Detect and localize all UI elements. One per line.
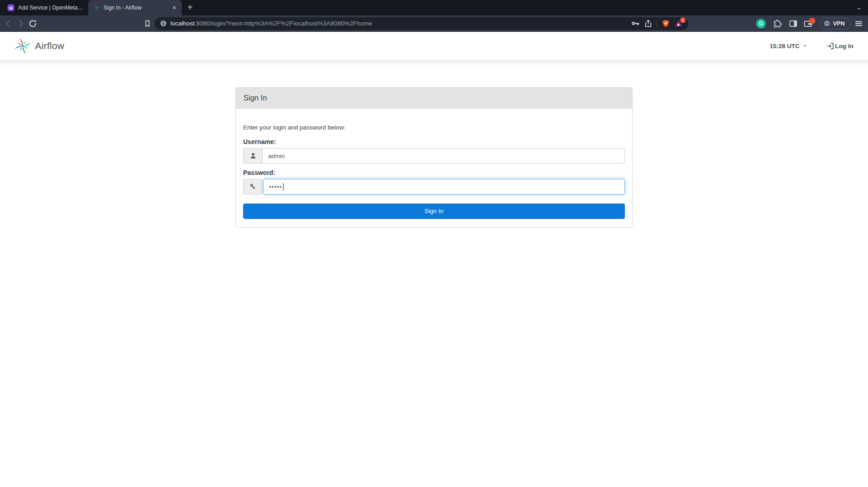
signin-button[interactable]: Sign In — [243, 204, 625, 219]
tab-search-chevron-icon[interactable]: ⌄ — [856, 3, 862, 11]
tab-title: Sign In - Airflow — [104, 5, 168, 11]
new-tab-button[interactable]: + — [185, 2, 195, 13]
signin-panel: Sign In Enter your login and password be… — [235, 87, 633, 228]
browser-tab-bar: M Add Service | OpenMetadata Sign In - A… — [0, 0, 868, 15]
signin-instruction: Enter your login and password below: — [243, 124, 625, 131]
vpn-label: VPN — [833, 20, 845, 27]
text-caret — [283, 183, 284, 190]
tab-close-icon[interactable]: × — [171, 5, 177, 11]
back-button[interactable] — [4, 19, 13, 28]
clock-text: 15:28 UTC — [769, 43, 799, 50]
login-link[interactable]: Log In — [827, 42, 854, 50]
brave-shield-icon[interactable] — [662, 20, 670, 28]
login-arrow-icon — [827, 42, 834, 50]
divider — [657, 20, 657, 27]
url-path: :8080/login/?next=http%3A%2F%2Flocalhost… — [195, 20, 372, 27]
rewards-badge: 1 — [680, 17, 686, 23]
grammarly-extension-icon[interactable]: G — [756, 19, 766, 28]
password-input-group — [243, 179, 625, 194]
username-input[interactable] — [262, 148, 625, 164]
browser-menu-icon[interactable] — [854, 19, 863, 28]
user-icon — [243, 148, 262, 164]
sidebar-toggle-icon[interactable] — [789, 19, 798, 28]
vpn-status-icon — [823, 20, 830, 27]
site-info-icon[interactable] — [160, 20, 167, 27]
airflow-brand[interactable]: Airflow — [14, 37, 64, 55]
vpn-button[interactable]: VPN — [820, 18, 851, 30]
navbar-shadow — [0, 60, 868, 65]
url-text: localhost:8080/login/?next=http%3A%2F%2F… — [170, 20, 372, 27]
password-input[interactable] — [263, 179, 625, 194]
wallet-notification-dot — [809, 18, 815, 24]
page-content: Sign In Enter your login and password be… — [0, 65, 868, 228]
wallet-icon[interactable] — [803, 19, 813, 28]
share-icon[interactable] — [644, 20, 652, 27]
openmetadata-favicon-icon: M — [7, 4, 15, 11]
tab-openmetadata[interactable]: M Add Service | OpenMetadata — [3, 0, 88, 15]
browser-toolbar: localhost:8080/login/?next=http%3A%2F%2F… — [0, 15, 868, 32]
saved-password-key-icon[interactable] — [631, 19, 640, 28]
url-host: localhost — [170, 20, 195, 27]
airflow-logo-icon — [14, 37, 32, 55]
password-label: Password: — [243, 169, 625, 176]
clock-dropdown[interactable]: 15:28 UTC — [769, 43, 806, 50]
panel-title: Sign In — [236, 88, 632, 109]
reload-button[interactable] — [28, 19, 37, 28]
caret-down-icon — [803, 45, 807, 47]
brand-text: Airflow — [35, 40, 64, 51]
airflow-navbar: Airflow 15:28 UTC Log In — [0, 32, 868, 60]
brave-rewards-icon[interactable]: 1 — [674, 20, 683, 28]
tab-title: Add Service | OpenMetadata — [18, 5, 84, 11]
address-bar[interactable]: localhost:8080/login/?next=http%3A%2F%2F… — [155, 17, 688, 30]
forward-button[interactable] — [16, 19, 25, 28]
airflow-favicon-icon — [93, 4, 100, 11]
key-icon — [243, 179, 262, 194]
extensions-puzzle-icon[interactable] — [773, 19, 782, 28]
tab-airflow-signin[interactable]: Sign In - Airflow × — [88, 0, 182, 15]
bookmark-icon[interactable] — [144, 20, 151, 27]
username-label: Username: — [243, 138, 625, 145]
username-input-group — [243, 148, 625, 164]
svg-text:M: M — [9, 6, 13, 10]
login-label: Log In — [835, 43, 854, 50]
